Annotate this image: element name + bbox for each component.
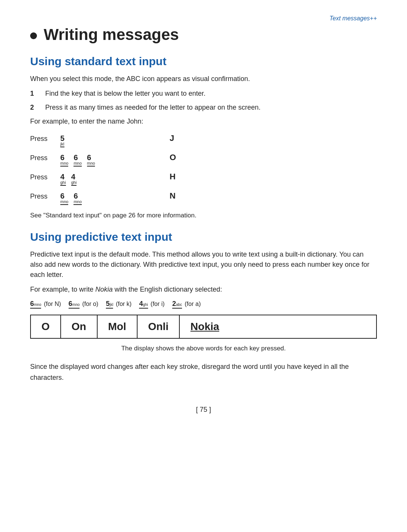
result-n: N	[170, 191, 176, 201]
press-label-j: Press	[30, 135, 60, 143]
key-6mno-3: 6mno	[87, 154, 95, 167]
step-1: 1 Find the key that is below the letter …	[30, 89, 377, 99]
section-predictive-input: Using predictive text input Predictive t…	[30, 231, 377, 383]
key-sequence-n: 6mno 6mno	[60, 192, 158, 205]
press-label-n: Press	[30, 193, 60, 200]
word-box-O: O	[31, 315, 61, 338]
word-box-Mol: Mol	[98, 315, 138, 338]
key-sequence-j: 5jkl	[60, 135, 158, 147]
step-2-num: 2	[30, 102, 38, 113]
section-standard-input: Using standard text input When you selec…	[30, 55, 377, 219]
result-o: O	[170, 153, 176, 162]
example-label: For example, to enter the name John:	[30, 116, 377, 127]
section2-example-label: For example, to write Nokia with the Eng…	[30, 284, 377, 295]
nokia-key-o: 6mno (for o)	[69, 300, 98, 309]
key-row-h: Press 4ghi 4ghi H	[30, 172, 377, 186]
nokia-example-row: 6mno (for N) 6mno (for o) 5jkl (for k) 4…	[30, 300, 377, 309]
key-6mno-2: 6mno	[73, 154, 81, 167]
key-6mno-1: 6mno	[60, 154, 68, 167]
section2-title: Using predictive text input	[30, 231, 377, 243]
nokia-key-k: 5jkl (for k)	[106, 300, 132, 309]
page-number: [ 75 ]	[30, 406, 377, 414]
word-box-Onli: Onli	[138, 315, 180, 338]
nokia-word-boxes: O On Mol Onli Nokia	[30, 315, 377, 339]
key-row-j: Press 5jkl J	[30, 133, 377, 147]
key-row-n: Press 6mno 6mno N	[30, 191, 377, 205]
nokia-key-N: 6mno (for N)	[30, 300, 61, 309]
key-table: Press 5jkl J Press 6mno 6mno 6mno	[30, 133, 377, 205]
key-5jkl: 5jkl	[60, 135, 64, 147]
step-2: 2 Press it as many times as needed for t…	[30, 102, 377, 113]
header-label: Text messages++	[30, 15, 377, 22]
key-sequence-o: 6mno 6mno 6mno	[60, 154, 158, 167]
word-box-On: On	[61, 315, 98, 338]
nokia-key-a: 2abc (for a)	[172, 300, 201, 309]
step-1-text: Find the key that is below the letter yo…	[45, 89, 205, 99]
section1-title: Using standard text input	[30, 55, 377, 68]
step-1-num: 1	[30, 89, 38, 99]
result-j: J	[170, 133, 174, 143]
nokia-key-i: 4ghi (for i)	[139, 300, 165, 309]
since-text: Since the displayed word changes after e…	[30, 361, 377, 383]
key-row-o: Press 6mno 6mno 6mno O	[30, 153, 377, 167]
key-4ghi-1: 4ghi	[60, 173, 66, 186]
step-2-text: Press it as many times as needed for the…	[45, 102, 260, 113]
key-6mno-n1: 6mno	[60, 192, 68, 205]
press-label-h: Press	[30, 173, 60, 181]
key-4ghi-2: 4ghi	[71, 173, 77, 186]
section1-intro: When you select this mode, the ABC icon …	[30, 74, 377, 84]
word-box-Nokia: Nokia	[180, 315, 230, 338]
see-note: See "Standard text input" on page 26 for…	[30, 212, 377, 219]
press-label-o: Press	[30, 154, 60, 162]
bullet-dot	[30, 32, 37, 39]
result-h: H	[170, 172, 176, 182]
key-sequence-h: 4ghi 4ghi	[60, 173, 158, 186]
key-6mno-n2: 6mno	[73, 192, 81, 205]
numbered-list: 1 Find the key that is below the letter …	[30, 89, 377, 113]
display-note: The display shows the above words for ea…	[30, 345, 377, 352]
section2-para1: Predictive text input is the default mod…	[30, 249, 377, 280]
page-title: Writing messages	[30, 26, 377, 44]
